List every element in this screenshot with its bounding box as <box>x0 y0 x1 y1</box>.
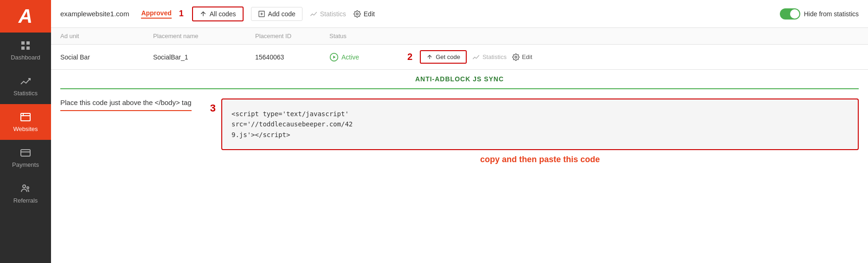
sidebar-item-statistics[interactable]: Statistics <box>0 68 51 104</box>
get-code-label: Get code <box>436 53 460 60</box>
code-left-panel: Place this code just above the </body> t… <box>60 99 192 111</box>
anti-adblock-title: ANTI-ADBLOCK JS SYNC <box>51 70 868 88</box>
col-status: Status <box>329 33 385 39</box>
hide-statistics-toggle[interactable] <box>780 8 800 20</box>
copy-label: copy and then paste this code <box>221 155 859 164</box>
code-section: Place this code just above the </body> t… <box>51 89 868 263</box>
sidebar-item-label: Websites <box>13 125 38 132</box>
statistics-link[interactable]: Statistics <box>310 10 346 18</box>
hide-statistics-toggle-container: Hide from statistics <box>780 8 859 20</box>
websites-icon <box>20 112 31 123</box>
col-placement-name: Placement name <box>153 33 255 39</box>
referrals-icon <box>20 183 31 194</box>
svg-marker-17 <box>333 55 335 59</box>
svg-point-10 <box>27 187 29 189</box>
svg-rect-7 <box>21 150 30 156</box>
svg-point-15 <box>356 13 358 15</box>
all-codes-label: All codes <box>210 10 236 18</box>
row-edit-label: Edit <box>522 53 532 60</box>
sidebar-item-label: Statistics <box>13 90 38 97</box>
code-block[interactable]: <script type='text/javascript' src='//to… <box>221 99 859 150</box>
row-actions: 2 Get code Statistics Edit <box>407 50 532 64</box>
status-cell: Active <box>329 53 404 62</box>
row-edit-link[interactable]: Edit <box>512 53 532 61</box>
upload-icon <box>426 54 433 60</box>
col-placement-id: Placement ID <box>255 33 329 39</box>
svg-rect-3 <box>26 46 30 50</box>
sidebar-logo[interactable]: A <box>0 0 51 33</box>
sidebar-item-websites[interactable]: Websites <box>0 104 51 140</box>
instruction-underline <box>60 110 192 111</box>
all-codes-button[interactable]: All codes <box>192 7 244 21</box>
sidebar: A Dashboard Statistics Websites Payments… <box>0 0 51 263</box>
svg-rect-4 <box>21 113 30 121</box>
sidebar-item-label: Referrals <box>13 197 38 204</box>
payments-icon <box>20 147 31 158</box>
get-code-button[interactable]: Get code <box>420 50 467 64</box>
add-code-icon <box>258 10 265 18</box>
row-statistics-label: Statistics <box>482 53 507 60</box>
svg-rect-0 <box>21 41 25 45</box>
row-gear-icon <box>512 53 520 61</box>
table-header: Ad unit Placement name Placement ID Stat… <box>51 28 868 45</box>
statistics-link-label: Statistics <box>320 10 346 18</box>
code-text: <script type='text/javascript' src='//to… <box>231 110 353 138</box>
row-stats-icon <box>472 53 480 61</box>
code-right-panel: <script type='text/javascript' src='//to… <box>221 99 859 164</box>
edit-label: Edit <box>364 10 375 18</box>
svg-point-9 <box>23 185 26 188</box>
table-row: Social Bar SocialBar_1 15640063 Active 2… <box>51 45 868 70</box>
main-content: examplewebsite1.com Approved 1 All codes… <box>51 0 868 263</box>
placement-id-cell: 15640063 <box>255 53 329 61</box>
active-status-icon <box>329 53 339 62</box>
toggle-label: Hide from statistics <box>804 10 859 18</box>
sidebar-item-label: Dashboard <box>11 54 40 61</box>
col-adunit: Ad unit <box>60 33 153 39</box>
step3-num: 3 <box>210 102 216 114</box>
step1-num: 1 <box>179 9 184 19</box>
approved-label: Approved <box>141 9 171 19</box>
edit-link[interactable]: Edit <box>354 10 375 18</box>
svg-rect-1 <box>26 41 30 45</box>
topbar: examplewebsite1.com Approved 1 All codes… <box>51 0 868 28</box>
sidebar-item-referrals[interactable]: Referrals <box>0 176 51 211</box>
domain-label: examplewebsite1.com <box>60 10 129 18</box>
svg-point-19 <box>515 56 517 58</box>
upload-icon <box>199 10 207 18</box>
stats-icon <box>310 10 317 18</box>
add-code-button[interactable]: Add code <box>251 7 302 21</box>
chart-icon <box>20 76 31 87</box>
code-instruction: Place this code just above the </body> t… <box>60 99 192 106</box>
sidebar-item-payments[interactable]: Payments <box>0 140 51 176</box>
logo-letter: A <box>19 5 32 27</box>
status-label: Active <box>341 53 359 61</box>
code-right-wrapper: 3 <script type='text/javascript' src='//… <box>210 99 859 164</box>
sidebar-item-dashboard[interactable]: Dashboard <box>0 33 51 68</box>
row-statistics-link[interactable]: Statistics <box>472 53 507 61</box>
placement-name-cell: SocialBar_1 <box>153 53 255 61</box>
add-code-label: Add code <box>268 10 296 18</box>
gear-icon <box>354 10 361 18</box>
sidebar-item-label: Payments <box>12 161 39 168</box>
adunit-cell: Social Bar <box>60 53 153 61</box>
step2-num: 2 <box>407 52 412 62</box>
grid-icon <box>20 40 31 51</box>
svg-rect-2 <box>21 46 25 50</box>
toggle-knob <box>790 9 799 19</box>
